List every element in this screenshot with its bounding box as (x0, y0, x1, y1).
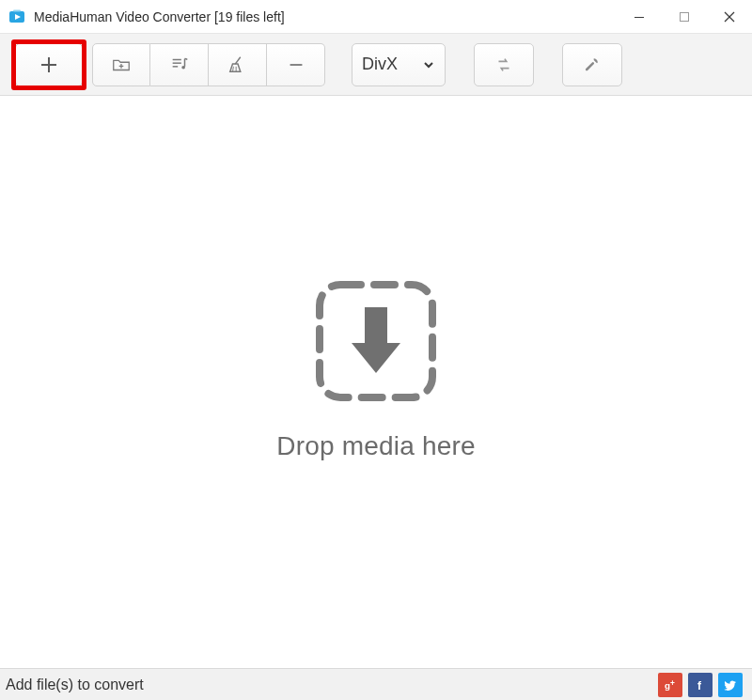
svg-rect-19 (365, 307, 387, 345)
clear-button[interactable] (209, 43, 267, 86)
share-facebook-button[interactable]: f (688, 673, 713, 697)
svg-marker-20 (352, 343, 400, 373)
twitter-icon (722, 677, 739, 693)
toolbar: DivX (0, 34, 752, 96)
plus-icon (38, 54, 60, 76)
minus-icon (286, 54, 306, 75)
mediahuman-icon (8, 8, 26, 26)
download-arrow-icon (310, 275, 442, 411)
svg-text:g: g (665, 679, 670, 690)
svg-rect-3 (634, 17, 644, 18)
window-maximize-button[interactable] (662, 0, 707, 34)
remove-button[interactable] (267, 43, 325, 86)
titlebar: MediaHuman Video Converter [19 files lef… (0, 0, 752, 34)
add-folder-button[interactable] (92, 43, 150, 86)
svg-text:+: + (670, 678, 675, 687)
add-file-button[interactable] (15, 43, 83, 86)
close-icon (724, 11, 735, 23)
format-select-button[interactable]: DivX (352, 43, 446, 86)
share-google-plus-button[interactable]: g + (658, 673, 682, 697)
drop-area-text: Drop media here (276, 431, 476, 461)
chevron-down-icon (422, 58, 435, 71)
playlist-button[interactable] (150, 43, 209, 86)
folder-plus-icon (111, 54, 132, 75)
drop-area[interactable]: Drop media here (0, 96, 752, 668)
minimize-icon (634, 11, 645, 23)
window-minimize-button[interactable] (617, 0, 662, 34)
broom-icon (227, 54, 248, 75)
facebook-icon: f (692, 677, 709, 693)
svg-rect-4 (681, 12, 689, 21)
format-select-label: DivX (362, 54, 398, 74)
maximize-icon (679, 11, 690, 23)
wrench-icon (583, 55, 602, 74)
convert-button[interactable] (474, 43, 534, 86)
toolbar-group-files (92, 36, 325, 94)
convert-arrows-icon (494, 54, 514, 75)
share-twitter-button[interactable] (718, 673, 743, 697)
window-title: MediaHuman Video Converter [19 files lef… (34, 9, 285, 24)
google-plus-icon: g + (662, 677, 679, 693)
svg-text:f: f (697, 678, 702, 692)
statusbar: Add file(s) to convert g + f (0, 668, 752, 700)
status-text: Add file(s) to convert (6, 677, 144, 693)
svg-point-14 (181, 65, 185, 69)
svg-rect-2 (13, 9, 21, 11)
svg-line-15 (232, 66, 233, 71)
settings-button[interactable] (562, 43, 622, 86)
music-playlist-icon (169, 54, 190, 75)
window-close-button[interactable] (707, 0, 752, 34)
